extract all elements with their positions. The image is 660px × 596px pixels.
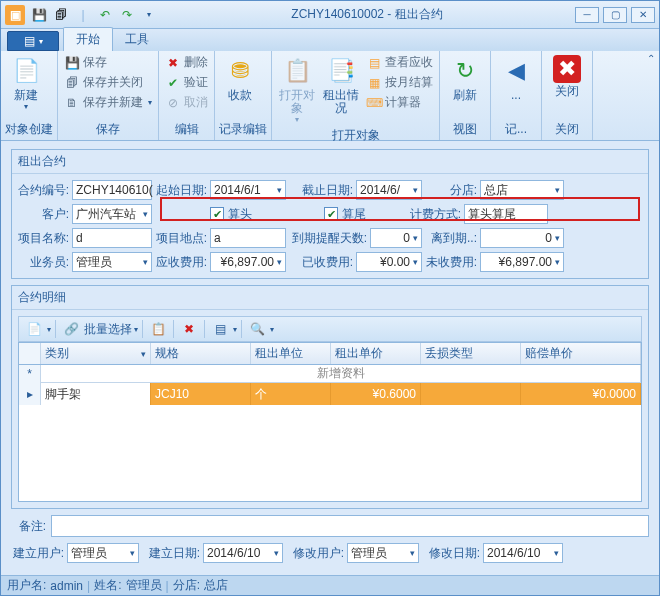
verify-button[interactable]: ✔验证 [163,73,210,92]
delete-button[interactable]: ✖删除 [163,53,210,72]
label-leave-date: 离到期..: [424,230,478,247]
save-new-button[interactable]: 🗎保存并新建▾ [62,93,154,112]
refresh-button[interactable]: ↻ 刷新 [444,53,486,104]
grid-header: 类别 规格 租出单位 租出单价 丢损类型 赔偿单价 [19,343,641,365]
close-object-button[interactable]: ✖ 关闭 [546,53,588,100]
customer-combo[interactable]: 广州汽车站 [72,204,152,224]
remind-days-field[interactable]: 0 [370,228,422,248]
table-row[interactable]: ▸ 脚手架 JCJ10 个 ¥0.6000 ¥0.0000 [19,383,641,405]
status-user-label: 用户名: [7,577,46,594]
start-date-field[interactable]: 2014/6/1 [210,180,286,200]
label-modify-date: 修改日期: [421,545,481,562]
record-nav-button[interactable]: ◀ ... [495,53,537,104]
window-title: ZCHY140610002 - 租出合约 [159,6,575,23]
leave-date-field[interactable]: 0 [480,228,564,248]
cancel-button[interactable]: ⊘取消 [163,93,210,112]
tb-search-icon[interactable]: 🔍 [246,319,268,339]
tb-export-icon[interactable]: ▤ [209,319,231,339]
qat-sep-icon: | [73,5,93,25]
head-checkbox[interactable]: ✔ [210,207,224,221]
col-price[interactable]: 租出单价 [331,343,421,364]
proj-addr-field[interactable]: a [210,228,286,248]
app-window: ▣ 💾 🗐 | ↶ ↷ ▾ ZCHY140610002 - 租出合约 ─ ▢ ✕… [0,0,660,596]
save-close-icon: 🗐 [64,75,80,91]
calculator-icon: ⌨ [366,95,382,111]
form-panel: 租出合约 合约编号: ZCHY140610( 起始日期: 2014/6/1 截止… [11,149,649,279]
modify-user-field[interactable]: 管理员 [347,543,419,563]
col-loss-type[interactable]: 丢损类型 [421,343,521,364]
tb-copy-icon[interactable]: 📋 [147,319,169,339]
status-user: admin [50,579,83,593]
calculator-button[interactable]: ⌨计算器 [364,93,435,112]
label-modify-user: 修改用户: [285,545,345,562]
label-create-date: 建立日期: [141,545,201,562]
grid-filter-row[interactable]: * 新增资料 [19,365,641,383]
qat-dropdown-icon[interactable]: ▾ [139,5,159,25]
contract-no-field[interactable]: ZCHY140610( [72,180,152,200]
tail-checkbox[interactable]: ✔ [324,207,338,221]
branch-combo[interactable]: 总店 [480,180,564,200]
app-icon: ▣ [5,5,25,25]
rent-info-button[interactable]: 📑 租出情况 [320,53,362,117]
tb-delete-icon[interactable]: ✖ [178,319,200,339]
save-button[interactable]: 💾保存 [62,53,154,72]
ribbon-expand-icon[interactable]: ⌃ [647,53,655,64]
save-close-button[interactable]: 🗐保存并关闭 [62,73,154,92]
bill-method-field: 算头算尾 [464,204,548,224]
label-remind-days: 到期提醒天数: [288,230,368,247]
tab-tools[interactable]: 工具 [113,28,161,51]
end-date-field[interactable]: 2014/6/ [356,180,422,200]
tb-new-icon[interactable]: 📄 [23,319,45,339]
col-unit[interactable]: 租出单位 [251,343,331,364]
form-panel-title: 租出合约 [12,150,648,174]
delete-icon: ✖ [165,55,181,71]
status-branch-label: 分店: [173,577,200,594]
create-date-field[interactable]: 2014/6/10 [203,543,283,563]
file-menu-button[interactable]: ▤ [7,31,59,51]
save-icon: 💾 [64,55,80,71]
label-bill-method: 计费方式: [368,206,462,223]
modify-date-field[interactable]: 2014/6/10 [483,543,563,563]
tab-start[interactable]: 开始 [63,27,113,51]
nav-icon: ◀ [500,55,532,87]
new-icon: 📄 [10,55,42,87]
check-recv-button[interactable]: ▤查看应收 [364,53,435,72]
status-branch: 总店 [204,577,228,594]
tb-link-icon[interactable]: 🔗 [60,319,82,339]
qat-saveclose-icon[interactable]: 🗐 [51,5,71,25]
rent-info-icon: 📑 [325,55,357,87]
label-end-date: 截止日期: [288,182,354,199]
cancel-icon: ⊘ [165,95,181,111]
status-name: 管理员 [126,577,162,594]
list-icon: ▤ [366,55,382,71]
minimize-button[interactable]: ─ [575,7,599,23]
qat-redo-icon[interactable]: ↷ [117,5,137,25]
label-start-date: 起始日期: [154,182,208,199]
qat-save-icon[interactable]: 💾 [29,5,49,25]
due-fee-field[interactable]: ¥6,897.00 [210,252,286,272]
operator-combo[interactable]: 管理员 [72,252,152,272]
maximize-button[interactable]: ▢ [603,7,627,23]
label-create-user: 建立用户: [11,545,65,562]
proj-name-field[interactable]: d [72,228,152,248]
month-settle-button[interactable]: ▦按月结算 [364,73,435,92]
label-customer: 客户: [16,206,70,223]
col-comp-price[interactable]: 赔偿单价 [521,343,641,364]
new-button[interactable]: 📄 新建 ▾ [5,53,47,113]
label-proj-name: 项目名称: [16,230,70,247]
paid-fee-field[interactable]: ¥0.00 [356,252,422,272]
open-object-button[interactable]: 📋 打开对象 ▾ [276,53,318,126]
status-name-label: 姓名: [94,577,121,594]
unpaid-fee-field[interactable]: ¥6,897.00 [480,252,564,272]
close-button[interactable]: ✕ [631,7,655,23]
qat-undo-icon[interactable]: ↶ [95,5,115,25]
col-spec[interactable]: 规格 [151,343,251,364]
close-x-icon: ✖ [553,55,581,83]
remark-field[interactable] [51,515,649,537]
grid-corner [19,343,41,364]
create-user-field[interactable]: 管理员 [67,543,139,563]
col-category[interactable]: 类别 [41,343,151,364]
charge-button[interactable]: ⛃ 收款 [219,53,261,104]
batch-select-button[interactable]: 批量选择 [84,321,132,338]
label-contract-no: 合约编号: [16,182,70,199]
